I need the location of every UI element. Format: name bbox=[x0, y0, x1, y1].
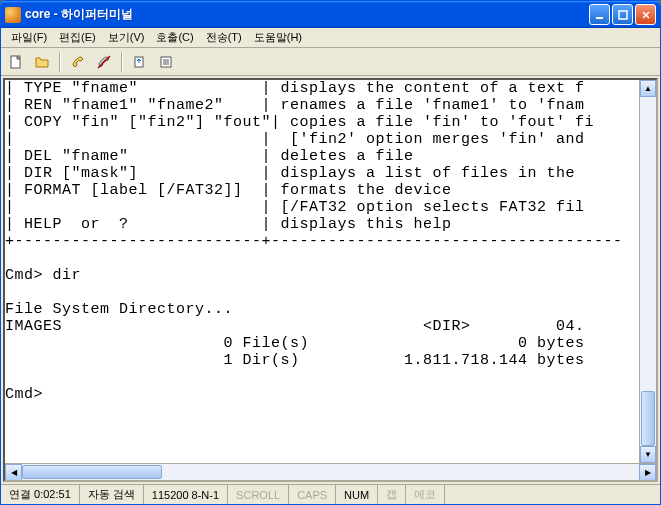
window-title: core - 하이퍼터미널 bbox=[25, 6, 589, 23]
menu-help[interactable]: 도움말(H) bbox=[248, 28, 308, 47]
separator-icon bbox=[59, 52, 61, 72]
svg-rect-1 bbox=[619, 11, 627, 19]
new-button[interactable] bbox=[5, 51, 27, 73]
separator-icon bbox=[121, 52, 123, 72]
terminal-area: | TYPE "fname" | displays the content of… bbox=[3, 78, 658, 482]
scroll-right-button[interactable]: ▶ bbox=[639, 464, 656, 481]
phone-disconnect-icon bbox=[96, 54, 112, 70]
folder-open-icon bbox=[34, 54, 50, 70]
status-scroll: SCROLL bbox=[228, 485, 289, 504]
statusbar: 연결 0:02:51 자동 검색 115200 8-N-1 SCROLL CAP… bbox=[1, 484, 660, 504]
menu-edit[interactable]: 편집(E) bbox=[53, 28, 102, 47]
svg-rect-0 bbox=[596, 17, 603, 19]
new-file-icon bbox=[8, 54, 24, 70]
phone-connect-icon bbox=[70, 54, 86, 70]
status-cap: 캡 bbox=[378, 485, 406, 504]
app-icon bbox=[5, 7, 21, 23]
menu-file[interactable]: 파일(F) bbox=[5, 28, 53, 47]
status-num: NUM bbox=[336, 485, 378, 504]
send-file-icon bbox=[132, 54, 148, 70]
status-autodetect: 자동 검색 bbox=[80, 485, 144, 504]
window-controls bbox=[589, 4, 656, 25]
hscroll-track[interactable] bbox=[22, 464, 639, 480]
scroll-up-button[interactable]: ▲ bbox=[640, 80, 656, 97]
app-window: core - 하이퍼터미널 파일(F) 편집(E) 보기(V) 호출(C) 전송… bbox=[0, 0, 661, 505]
connect-button[interactable] bbox=[67, 51, 89, 73]
hscroll-thumb[interactable] bbox=[22, 465, 162, 479]
terminal-output[interactable]: | TYPE "fname" | displays the content of… bbox=[5, 80, 656, 403]
status-connected: 연결 0:02:51 bbox=[1, 485, 80, 504]
horizontal-scrollbar[interactable]: ◀ ▶ bbox=[5, 463, 656, 480]
toolbar bbox=[1, 48, 660, 76]
menubar: 파일(F) 편집(E) 보기(V) 호출(C) 전송(T) 도움말(H) bbox=[1, 28, 660, 48]
maximize-button[interactable] bbox=[612, 4, 633, 25]
close-button[interactable] bbox=[635, 4, 656, 25]
menu-call[interactable]: 호출(C) bbox=[150, 28, 199, 47]
menu-view[interactable]: 보기(V) bbox=[102, 28, 151, 47]
vscroll-track[interactable] bbox=[640, 97, 656, 446]
disconnect-button[interactable] bbox=[93, 51, 115, 73]
status-caps: CAPS bbox=[289, 485, 336, 504]
send-button[interactable] bbox=[129, 51, 151, 73]
menu-transfer[interactable]: 전송(T) bbox=[200, 28, 248, 47]
properties-icon bbox=[158, 54, 174, 70]
titlebar[interactable]: core - 하이퍼터미널 bbox=[1, 1, 660, 28]
status-port: 115200 8-N-1 bbox=[144, 485, 228, 504]
scroll-left-button[interactable]: ◀ bbox=[5, 464, 22, 481]
vscroll-thumb[interactable] bbox=[641, 391, 655, 446]
open-button[interactable] bbox=[31, 51, 53, 73]
vertical-scrollbar[interactable]: ▲ ▼ bbox=[639, 80, 656, 463]
minimize-button[interactable] bbox=[589, 4, 610, 25]
scroll-down-button[interactable]: ▼ bbox=[640, 446, 656, 463]
properties-button[interactable] bbox=[155, 51, 177, 73]
status-echo: 에코 bbox=[406, 485, 445, 504]
